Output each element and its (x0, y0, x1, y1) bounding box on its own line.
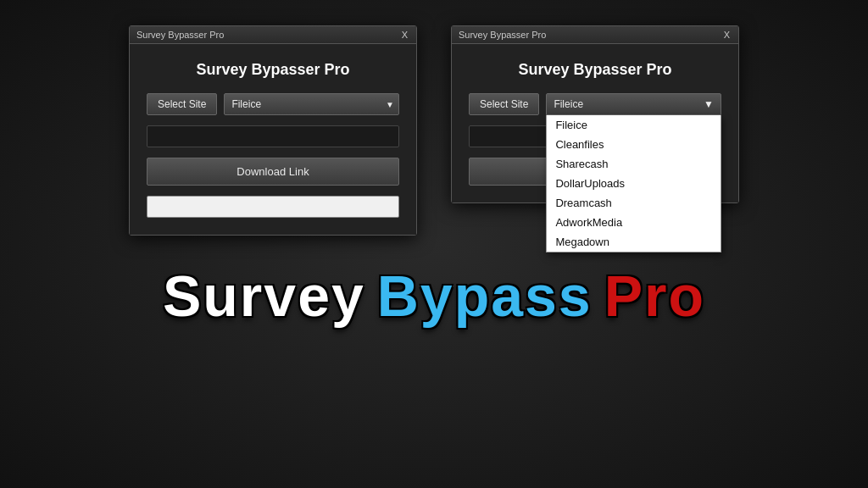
dropdown-item-2[interactable]: Sharecash (547, 154, 721, 174)
big-title-word-survey: Survey (163, 263, 365, 329)
dropdown-wrapper-left: Fileice Cleanfiles Sharecash DollarUploa… (224, 93, 399, 115)
dropdown-list-right: Fileice Cleanfiles Sharecash DollarUploa… (546, 115, 721, 252)
window-left: Survey Bypasser Pro X Survey Bypasser Pr… (129, 25, 417, 236)
dropdown-item-0[interactable]: Fileice (547, 115, 721, 135)
window-title-right: Survey Bypasser Pro (518, 61, 671, 79)
windows-row: Survey Bypasser Pro X Survey Bypasser Pr… (0, 25, 868, 236)
window-content-right: Survey Bypasser Pro Select Site Fileice … (452, 44, 738, 202)
select-site-button-left[interactable]: Select Site (147, 93, 217, 115)
dropdown-arrow-right: ▼ (704, 98, 714, 110)
title-bar-text-left: Survey Bypasser Pro (136, 30, 224, 40)
dropdown-item-4[interactable]: Dreamcash (547, 193, 721, 213)
url-input-left[interactable] (147, 125, 399, 147)
title-bar-left: Survey Bypasser Pro X (130, 26, 416, 44)
select-site-button-right[interactable]: Select Site (469, 93, 539, 115)
dropdown-item-1[interactable]: Cleanfiles (547, 135, 721, 154)
window-title-left: Survey Bypasser Pro (196, 61, 349, 79)
controls-row-right: Select Site Fileice ▼ Fileice Cleanfiles… (469, 93, 721, 115)
title-bar-text-right: Survey Bypasser Pro (459, 30, 546, 40)
result-input-left[interactable] (147, 196, 399, 218)
dropdown-item-3[interactable]: DollarUploads (547, 174, 721, 193)
dropdown-item-6[interactable]: Megadown (547, 232, 721, 252)
dropdown-open-field-right[interactable]: Fileice ▼ (546, 93, 721, 115)
dropdown-item-5[interactable]: AdworkMedia (547, 213, 721, 232)
big-title-row: Survey Bypass Pro (163, 263, 705, 329)
site-dropdown-left[interactable]: Fileice Cleanfiles Sharecash DollarUploa… (224, 93, 399, 115)
big-title-word-pro: Pro (604, 263, 705, 329)
title-bar-right: Survey Bypasser Pro X (452, 26, 738, 44)
close-button-right[interactable]: X (722, 30, 732, 40)
dropdown-selected-value: Fileice (554, 98, 583, 110)
download-button-left[interactable]: Download Link (147, 158, 399, 186)
big-title-word-bypass: Bypass (377, 263, 593, 329)
close-button-left[interactable]: X (400, 30, 409, 40)
controls-row-left: Select Site Fileice Cleanfiles Sharecash… (147, 93, 399, 115)
window-right: Survey Bypasser Pro X Survey Bypasser Pr… (451, 25, 739, 203)
dropdown-open-wrapper-right: Fileice ▼ Fileice Cleanfiles Sharecash D… (546, 93, 721, 115)
window-content-left: Survey Bypasser Pro Select Site Fileice … (130, 44, 416, 235)
